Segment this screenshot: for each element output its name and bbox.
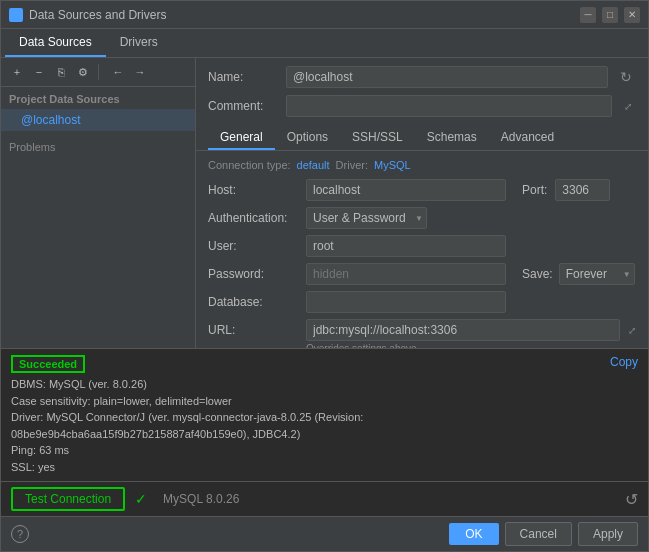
- tab-sshssl[interactable]: SSH/SSL: [340, 126, 415, 150]
- bottom-right-buttons: ↺: [625, 490, 638, 509]
- status-line-5: SSL: yes: [11, 459, 602, 476]
- auth-label: Authentication:: [208, 211, 298, 225]
- duplicate-button[interactable]: ⎘: [51, 62, 71, 82]
- name-row: Name: ↻: [196, 58, 648, 92]
- status-line-3: 08be9e9b4cba6aa15f9b27b215887af40b159e0)…: [11, 426, 602, 443]
- save-label: Save:: [522, 267, 553, 281]
- host-input[interactable]: [306, 179, 506, 201]
- save-select[interactable]: Forever Until restart Never: [559, 263, 635, 285]
- auth-select[interactable]: User & Password No auth LDAP: [306, 207, 427, 229]
- status-content: Succeeded DBMS: MySQL (ver. 8.0.26) Case…: [11, 355, 602, 475]
- name-input[interactable]: [286, 66, 608, 88]
- title-bar: Data Sources and Drivers ─ □ ✕: [1, 1, 648, 29]
- add-button[interactable]: +: [7, 62, 27, 82]
- auth-select-wrapper: User & Password No auth LDAP: [306, 207, 427, 229]
- reset-button[interactable]: ↺: [625, 490, 638, 509]
- reload-button[interactable]: ↻: [616, 67, 636, 87]
- sub-tab-bar: General Options SSH/SSL Schemas Advanced: [196, 120, 648, 151]
- save-wrapper: Save: Forever Until restart Never: [522, 263, 635, 285]
- main-tab-bar: Data Sources Drivers: [1, 29, 648, 58]
- status-line-0: DBMS: MySQL (ver. 8.0.26): [11, 376, 602, 393]
- back-button[interactable]: ←: [108, 62, 128, 82]
- database-label: Database:: [208, 295, 298, 309]
- close-button[interactable]: ✕: [624, 7, 640, 23]
- driver-label: Driver:: [336, 159, 368, 171]
- save-select-wrapper: Forever Until restart Never: [559, 263, 635, 285]
- url-row: URL: ⤢: [208, 319, 636, 341]
- content-area: + − ⎘ ⚙ ← → Project Data Sources @localh…: [1, 58, 648, 348]
- apply-button[interactable]: Apply: [578, 522, 638, 546]
- tab-schemas[interactable]: Schemas: [415, 126, 489, 150]
- problems-section: Problems: [1, 135, 195, 159]
- bottom-panel: Succeeded DBMS: MySQL (ver. 8.0.26) Case…: [1, 348, 648, 516]
- maximize-button[interactable]: □: [602, 7, 618, 23]
- window-title: Data Sources and Drivers: [29, 8, 166, 22]
- port-label: Port:: [522, 183, 547, 197]
- comment-input[interactable]: [286, 95, 612, 117]
- bottom-toolbar: Test Connection ✓ MySQL 8.0.26 ↺: [1, 481, 648, 516]
- status-text: DBMS: MySQL (ver. 8.0.26) Case sensitivi…: [11, 376, 602, 475]
- expand-comment-button[interactable]: ⤢: [620, 98, 636, 114]
- nav-arrows: ← →: [108, 62, 150, 82]
- database-row: Database:: [208, 291, 636, 313]
- tab-options[interactable]: Options: [275, 126, 340, 150]
- comment-label: Comment:: [208, 99, 278, 113]
- cancel-button[interactable]: Cancel: [505, 522, 572, 546]
- forward-button[interactable]: →: [130, 62, 150, 82]
- comment-row: Comment: ⤢: [196, 92, 648, 120]
- app-icon: [9, 8, 23, 22]
- minimize-button[interactable]: ─: [580, 7, 596, 23]
- footer-right: OK Cancel Apply: [449, 522, 638, 546]
- datasource-item-localhost[interactable]: @localhost: [1, 109, 195, 131]
- dialog-footer: ? OK Cancel Apply: [1, 516, 648, 551]
- tab-datasources[interactable]: Data Sources: [5, 29, 106, 57]
- password-input[interactable]: [306, 263, 506, 285]
- password-row: Password: Save: Forever Until restart Ne…: [208, 263, 636, 285]
- tab-advanced[interactable]: Advanced: [489, 126, 566, 150]
- host-label: Host:: [208, 183, 298, 197]
- settings-button[interactable]: ⚙: [73, 62, 93, 82]
- database-input[interactable]: [306, 291, 506, 313]
- conn-type-label: Connection type:: [208, 159, 291, 171]
- user-input[interactable]: [306, 235, 506, 257]
- port-input[interactable]: [555, 179, 610, 201]
- succeeded-badge: Succeeded: [11, 355, 85, 373]
- url-input[interactable]: [306, 319, 620, 341]
- driver-value[interactable]: MySQL: [374, 159, 411, 171]
- name-label: Name:: [208, 70, 278, 84]
- right-panel: Name: ↻ Comment: ⤢ General Options SSH/S…: [196, 58, 648, 348]
- mysql-version: MySQL 8.0.26: [163, 492, 239, 506]
- help-button[interactable]: ?: [11, 525, 29, 543]
- left-panel: + − ⎘ ⚙ ← → Project Data Sources @localh…: [1, 58, 196, 348]
- status-line-1: Case sensitivity: plain=lower, delimited…: [11, 393, 602, 410]
- tab-drivers[interactable]: Drivers: [106, 29, 172, 57]
- tab-general[interactable]: General: [208, 126, 275, 150]
- status-line-2: Driver: MySQL Connector/J (ver. mysql-co…: [11, 409, 602, 426]
- user-label: User:: [208, 239, 298, 253]
- project-datasources-title: Project Data Sources: [1, 87, 195, 109]
- host-row: Host: Port:: [208, 179, 636, 201]
- status-bar: Succeeded DBMS: MySQL (ver. 8.0.26) Case…: [1, 349, 648, 481]
- window-controls: ─ □ ✕: [580, 7, 640, 23]
- left-toolbar: + − ⎘ ⚙ ← →: [1, 58, 195, 87]
- status-line-4: Ping: 63 ms: [11, 442, 602, 459]
- check-icon: ✓: [135, 491, 147, 507]
- url-label: URL:: [208, 323, 298, 337]
- ok-button[interactable]: OK: [449, 523, 498, 545]
- main-window: Data Sources and Drivers ─ □ ✕ Data Sour…: [0, 0, 649, 552]
- conn-type-value[interactable]: default: [297, 159, 330, 171]
- password-label: Password:: [208, 267, 298, 281]
- remove-button[interactable]: −: [29, 62, 49, 82]
- auth-row: Authentication: User & Password No auth …: [208, 207, 636, 229]
- conn-type-row: Connection type: default Driver: MySQL: [208, 159, 636, 171]
- user-row: User:: [208, 235, 636, 257]
- url-expand-button[interactable]: ⤢: [628, 325, 636, 336]
- copy-button[interactable]: Copy: [610, 355, 638, 369]
- separator: [98, 64, 99, 80]
- general-tab-content: Connection type: default Driver: MySQL H…: [196, 151, 648, 348]
- test-connection-button[interactable]: Test Connection: [11, 487, 125, 511]
